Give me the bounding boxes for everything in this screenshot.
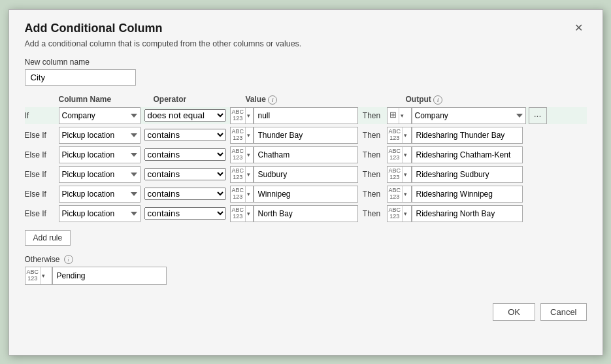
footer-buttons: OK Cancel (25, 297, 587, 321)
cancel-button[interactable]: Cancel (540, 303, 586, 321)
close-button[interactable]: ✕ (570, 22, 587, 35)
if-then-label: Then (358, 111, 386, 120)
else-operator-select-1[interactable]: contains (144, 148, 226, 161)
if-column-select[interactable]: Company (59, 107, 140, 124)
else-then-label-0: Then (358, 131, 386, 140)
else-output-type-text-0: ABC123 (388, 128, 403, 142)
else-value-type-text-1: ABC123 (231, 148, 246, 162)
else-value-type-arrow-4: ▾ (245, 206, 252, 222)
else-then-label-3: Then (358, 190, 386, 199)
else-value-type-badge-3[interactable]: ABC123 ▾ (230, 186, 254, 203)
else-value-type-badge-4[interactable]: ABC123 ▾ (230, 205, 254, 222)
if-label: If (25, 111, 59, 120)
column-name-header: Column Name (59, 95, 154, 104)
otherwise-value-input[interactable] (52, 267, 167, 285)
else-column-select-0[interactable]: Pickup location (59, 127, 140, 144)
else-then-label-4: Then (358, 209, 386, 218)
else-output-type-text-2: ABC123 (388, 167, 403, 182)
if-output-type-icon: ⊞ (388, 110, 399, 120)
else-output-type-badge-1[interactable]: ABC123 ▾ (387, 146, 412, 163)
if-output-type-badge[interactable]: ⊞ ▾ (387, 107, 412, 124)
if-more-button[interactable]: ··· (529, 107, 547, 124)
operator-header: Operator (154, 95, 242, 104)
else-output-input-0[interactable] (412, 127, 523, 144)
else-output-type-text-1: ABC123 (388, 148, 403, 162)
else-value-type-arrow-2: ▾ (245, 167, 252, 182)
else-value-input-3[interactable] (254, 186, 358, 203)
else-operator-select-3[interactable]: contains (144, 188, 226, 200)
else-if-label-3: Else If (25, 190, 59, 199)
if-value-input[interactable] (254, 107, 358, 124)
value-info-icon: i (268, 95, 277, 105)
else-if-label-2: Else If (25, 170, 59, 179)
else-output-input-1[interactable] (412, 146, 523, 163)
if-value-group: ABC123 ▾ (226, 107, 358, 124)
if-output-select[interactable]: Company (412, 107, 526, 124)
else-value-type-badge-1[interactable]: ABC123 ▾ (230, 146, 254, 163)
otherwise-info-icon: i (64, 255, 73, 264)
output-header: Output i (406, 95, 443, 105)
if-operator-select[interactable]: does not equal (144, 109, 226, 122)
else-output-type-badge-0[interactable]: ABC123 ▾ (387, 127, 412, 144)
else-output-type-arrow-2: ▾ (402, 167, 408, 182)
output-info-icon: i (433, 95, 442, 105)
else-column-select-3[interactable]: Pickup location (59, 186, 140, 203)
else-row-4: Else If Pickup location contains ABC123 … (25, 205, 587, 222)
if-value-type-badge[interactable]: ABC123 ▾ (230, 107, 254, 124)
else-value-input-4[interactable] (254, 205, 358, 222)
else-operator-select-2[interactable]: contains (144, 168, 226, 180)
else-value-type-arrow-3: ▾ (245, 186, 252, 202)
dialog-subtitle: Add a conditional column that is compute… (25, 39, 587, 48)
else-output-type-badge-3[interactable]: ABC123 ▾ (387, 186, 412, 203)
else-operator-select-4[interactable]: contains (144, 207, 226, 220)
else-output-type-arrow-0: ▾ (402, 127, 408, 143)
else-value-input-0[interactable] (254, 127, 358, 144)
otherwise-type-badge[interactable]: ABC123 ▾ (25, 267, 52, 285)
else-value-type-arrow-0: ▾ (245, 127, 252, 143)
otherwise-type-arrow: ▾ (40, 267, 46, 284)
else-value-group-2: ABC123 ▾ (226, 166, 358, 183)
else-value-type-text-2: ABC123 (231, 167, 246, 182)
else-row-1: Else If Pickup location contains ABC123 … (25, 146, 587, 163)
if-output-type-arrow: ▾ (399, 108, 405, 124)
else-if-label-1: Else If (25, 150, 59, 159)
else-output-input-4[interactable] (412, 205, 523, 222)
else-value-input-1[interactable] (254, 146, 358, 163)
else-value-type-text-4: ABC123 (231, 207, 246, 221)
else-output-input-2[interactable] (412, 166, 523, 183)
ok-button[interactable]: OK (493, 303, 535, 321)
if-value-type-text: ABC123 (231, 108, 246, 123)
rules-section: Column Name Operator Value i Output i If… (25, 95, 587, 222)
add-conditional-column-dialog: Add Conditional Column ✕ Add a condition… (8, 9, 603, 356)
add-rule-button[interactable]: Add rule (25, 230, 71, 246)
value-header: Value i (246, 95, 367, 105)
else-output-input-3[interactable] (412, 186, 523, 203)
otherwise-label: Otherwise i (25, 255, 587, 264)
column-headers: Column Name Operator Value i Output i (25, 95, 587, 105)
else-rows-container: Else If Pickup location contains ABC123 … (25, 127, 587, 222)
else-if-label-4: Else If (25, 209, 59, 218)
else-value-type-text-3: ABC123 (231, 187, 246, 201)
else-column-select-4[interactable]: Pickup location (59, 205, 140, 222)
else-output-type-text-3: ABC123 (388, 187, 403, 201)
else-output-type-arrow-3: ▾ (402, 186, 408, 202)
else-column-select-2[interactable]: Pickup location (59, 166, 140, 183)
else-column-select-1[interactable]: Pickup location (59, 146, 140, 163)
if-value-type-arrow: ▾ (245, 108, 252, 124)
else-output-type-badge-2[interactable]: ABC123 ▾ (387, 166, 412, 183)
else-then-label-1: Then (358, 150, 386, 159)
else-output-type-text-4: ABC123 (388, 207, 403, 221)
dialog-title: Add Conditional Column (25, 22, 163, 35)
else-value-type-badge-0[interactable]: ABC123 ▾ (230, 127, 254, 144)
else-row-0: Else If Pickup location contains ABC123 … (25, 127, 587, 144)
else-output-type-arrow-4: ▾ (402, 206, 408, 222)
else-value-input-2[interactable] (254, 166, 358, 183)
else-value-type-arrow-1: ▾ (245, 147, 252, 163)
else-value-group-0: ABC123 ▾ (226, 127, 358, 144)
otherwise-section: Otherwise i ABC123 ▾ (25, 255, 587, 285)
new-column-input[interactable] (25, 69, 136, 86)
else-output-type-badge-4[interactable]: ABC123 ▾ (387, 205, 412, 222)
else-row-3: Else If Pickup location contains ABC123 … (25, 186, 587, 203)
else-value-type-badge-2[interactable]: ABC123 ▾ (230, 166, 254, 183)
else-operator-select-0[interactable]: contains (144, 129, 226, 141)
